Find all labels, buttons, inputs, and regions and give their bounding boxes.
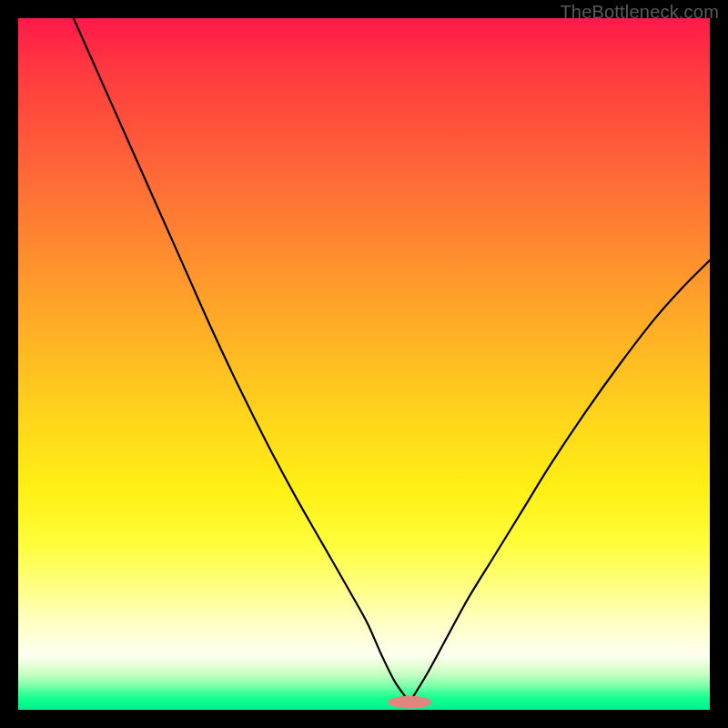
curve-left-branch (74, 18, 410, 703)
gradient-plot-area (18, 18, 710, 710)
curve-right-branch (410, 260, 710, 703)
bottleneck-marker (388, 696, 431, 709)
curve-overlay (18, 18, 710, 710)
chart-frame: TheBottleneck.com (0, 0, 728, 728)
